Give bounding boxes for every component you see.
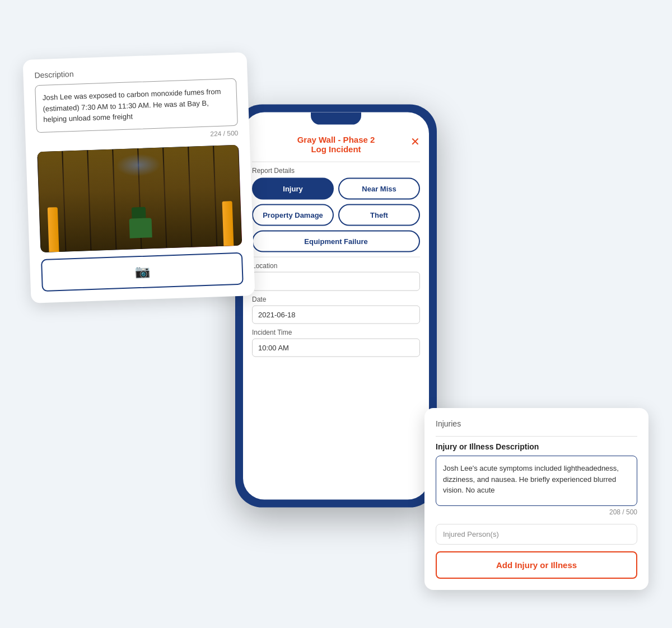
location-value[interactable]	[252, 272, 420, 291]
modal-title-action: Log Incident	[252, 144, 420, 154]
location-label: Location	[252, 262, 420, 270]
camera-button[interactable]: 📷	[41, 252, 244, 292]
modal-title-project: Gray Wall - Phase 2	[252, 135, 420, 144]
incident-type-grid: Injury Near Miss Property Damage Theft	[252, 178, 420, 226]
incident-btn-theft[interactable]: Theft	[338, 204, 420, 226]
description-label: Description	[34, 64, 236, 80]
injuries-divider	[436, 436, 637, 437]
report-details-label: Report Details	[252, 167, 420, 175]
strip-3	[88, 149, 115, 250]
description-card: Description Josh Lee was exposed to carb…	[23, 52, 255, 303]
injured-persons-field[interactable]: Injured Person(s)	[436, 524, 637, 545]
strip-2	[63, 150, 90, 251]
modal-header: Gray Wall - Phase 2 Log Incident ✕	[252, 129, 420, 158]
incident-btn-near-miss[interactable]: Near Miss	[338, 178, 420, 200]
phone-frame: Gray Wall - Phase 2 Log Incident ✕ Repor…	[235, 105, 437, 508]
yellow-post-left	[48, 207, 59, 252]
incident-time-value[interactable]: 10:00 AM	[252, 339, 420, 357]
incident-btn-injury[interactable]: Injury	[252, 178, 334, 200]
close-button[interactable]: ✕	[410, 135, 420, 148]
forklift-body	[129, 218, 152, 238]
header-divider	[252, 162, 420, 162]
forklift-cab	[132, 207, 146, 218]
description-text[interactable]: Josh Lee was exposed to carbon monoxide …	[35, 78, 238, 133]
yellow-post-right	[222, 201, 234, 246]
light-glow	[116, 153, 161, 177]
add-injury-button[interactable]: Add Injury or Illness	[436, 551, 637, 579]
warehouse-image	[37, 144, 242, 252]
phone-inner: Gray Wall - Phase 2 Log Incident ✕ Repor…	[243, 113, 429, 500]
injury-char-count: 208 / 500	[436, 508, 637, 516]
injury-description-text[interactable]: Josh Lee's acute symptoms included light…	[436, 456, 637, 506]
strip-7	[189, 146, 216, 247]
incident-btn-equipment-failure[interactable]: Equipment Failure	[252, 231, 420, 252]
types-divider	[252, 257, 420, 257]
camera-icon: 📷	[134, 264, 150, 279]
strip-6	[164, 146, 191, 247]
date-label: Date	[252, 296, 420, 303]
incident-time-label: Incident Time	[252, 329, 420, 336]
phone-notch	[311, 113, 361, 125]
injuries-card: Injuries Injury or Illness Description J…	[424, 408, 648, 590]
incident-btn-property-damage[interactable]: Property Damage	[252, 204, 334, 226]
date-value[interactable]: 2021-06-18	[252, 306, 420, 324]
scene: Description Josh Lee was exposed to carb…	[0, 0, 672, 628]
injury-illness-subtitle: Injury or Illness Description	[436, 442, 637, 451]
injuries-title: Injuries	[436, 419, 637, 428]
forklift-shape	[123, 198, 157, 238]
phone-content: Gray Wall - Phase 2 Log Incident ✕ Repor…	[243, 113, 429, 500]
